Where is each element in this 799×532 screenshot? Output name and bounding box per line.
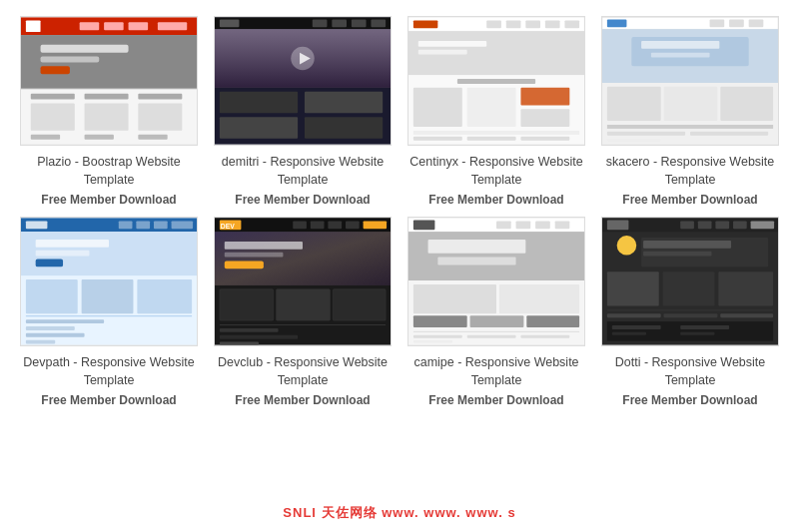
svg-rect-25 — [332, 19, 347, 27]
svg-rect-48 — [413, 88, 462, 127]
svg-rect-38 — [413, 20, 437, 28]
svg-rect-65 — [651, 53, 710, 58]
svg-rect-82 — [36, 251, 90, 257]
card-image-devclub: DEV — [214, 217, 392, 346]
svg-rect-43 — [564, 20, 579, 28]
svg-rect-54 — [467, 137, 516, 141]
svg-rect-2 — [26, 20, 41, 32]
svg-rect-59 — [710, 19, 725, 27]
svg-rect-148 — [607, 309, 773, 310]
svg-rect-23 — [220, 19, 240, 27]
svg-rect-14 — [138, 94, 182, 100]
card-title-camipe: camipe - Responsive Website Template — [407, 354, 585, 389]
svg-rect-47 — [457, 79, 535, 84]
svg-rect-33 — [305, 92, 383, 114]
svg-rect-111 — [220, 335, 298, 339]
card-devclub[interactable]: DEV — [214, 217, 392, 407]
svg-rect-19 — [85, 135, 114, 140]
svg-rect-115 — [413, 220, 435, 230]
card-centinyx[interactable]: Centinyx - Responsive Website Template F… — [407, 16, 585, 207]
svg-rect-117 — [516, 221, 531, 229]
svg-rect-40 — [506, 20, 521, 28]
svg-rect-97 — [311, 221, 325, 229]
svg-rect-109 — [220, 324, 386, 325]
svg-rect-86 — [137, 279, 192, 313]
card-image-dotti — [601, 217, 779, 346]
svg-rect-120 — [408, 232, 584, 280]
svg-rect-66 — [607, 87, 661, 121]
svg-rect-76 — [119, 221, 133, 229]
svg-rect-89 — [26, 326, 75, 330]
svg-rect-151 — [720, 313, 773, 317]
card-image-plazio — [20, 16, 198, 146]
card-download-devclub: Free Member Download — [235, 393, 370, 407]
svg-rect-71 — [690, 132, 768, 136]
svg-rect-125 — [413, 315, 467, 327]
card-image-centinyx — [407, 16, 585, 146]
svg-rect-98 — [328, 221, 342, 229]
card-image-demitri — [214, 16, 392, 146]
svg-rect-10 — [41, 66, 70, 74]
svg-rect-131 — [520, 335, 569, 338]
svg-rect-45 — [418, 41, 486, 47]
svg-rect-104 — [225, 253, 284, 258]
svg-rect-32 — [220, 92, 298, 114]
svg-rect-144 — [643, 252, 711, 257]
svg-rect-116 — [496, 221, 511, 229]
svg-rect-150 — [664, 313, 718, 317]
svg-rect-130 — [467, 335, 516, 338]
svg-rect-136 — [680, 221, 694, 229]
svg-rect-126 — [470, 315, 524, 327]
svg-rect-128 — [413, 331, 579, 332]
svg-rect-53 — [413, 137, 462, 141]
svg-rect-103 — [225, 242, 303, 250]
card-plazio[interactable]: Plazio - Boostrap Website Template Free … — [20, 16, 198, 207]
svg-rect-74 — [21, 218, 197, 232]
svg-rect-27 — [371, 19, 386, 27]
svg-rect-119 — [555, 221, 570, 229]
svg-rect-8 — [41, 45, 129, 53]
svg-rect-4 — [104, 22, 124, 30]
svg-rect-46 — [418, 50, 467, 55]
svg-rect-61 — [749, 19, 764, 27]
svg-rect-72 — [607, 139, 661, 142]
svg-rect-146 — [663, 271, 715, 305]
svg-rect-64 — [641, 41, 719, 49]
card-download-skacero: Free Member Download — [622, 193, 757, 207]
svg-rect-140 — [751, 221, 774, 229]
svg-rect-34 — [220, 117, 298, 139]
card-demitri[interactable]: demitri - Responsive Website Template Fr… — [214, 16, 392, 207]
card-image-skacero — [601, 16, 779, 146]
svg-point-141 — [617, 236, 637, 256]
svg-rect-26 — [352, 19, 367, 27]
svg-rect-122 — [437, 258, 515, 266]
svg-rect-106 — [220, 289, 274, 320]
svg-rect-121 — [428, 240, 526, 254]
svg-rect-17 — [138, 103, 182, 130]
svg-text:DEV: DEV — [221, 223, 235, 230]
svg-rect-96 — [293, 221, 307, 229]
svg-rect-129 — [413, 335, 462, 338]
svg-rect-39 — [486, 20, 501, 28]
card-download-dotti: Free Member Download — [622, 393, 757, 407]
svg-rect-83 — [36, 260, 63, 267]
svg-rect-153 — [612, 325, 661, 329]
svg-rect-156 — [680, 332, 714, 335]
svg-rect-90 — [26, 333, 85, 337]
svg-rect-87 — [26, 315, 192, 316]
card-devpath[interactable]: Devpath - Responsive Website Template Fr… — [20, 217, 198, 407]
card-dotti[interactable]: Dotti - Responsive Website Template Free… — [601, 217, 779, 407]
svg-rect-123 — [413, 284, 496, 313]
card-download-plazio: Free Member Download — [41, 193, 176, 207]
card-download-devpath: Free Member Download — [41, 393, 176, 407]
svg-rect-100 — [364, 221, 387, 229]
card-image-camipe — [407, 217, 585, 346]
svg-rect-15 — [31, 103, 75, 130]
svg-rect-118 — [535, 221, 550, 229]
svg-rect-155 — [680, 325, 729, 329]
svg-rect-70 — [607, 132, 685, 136]
card-camipe[interactable]: camipe - Responsive Website Template Fre… — [407, 217, 585, 407]
card-skacero[interactable]: skacero - Responsive Website Template Fr… — [601, 16, 779, 207]
svg-rect-68 — [720, 87, 773, 121]
svg-rect-139 — [733, 221, 747, 229]
